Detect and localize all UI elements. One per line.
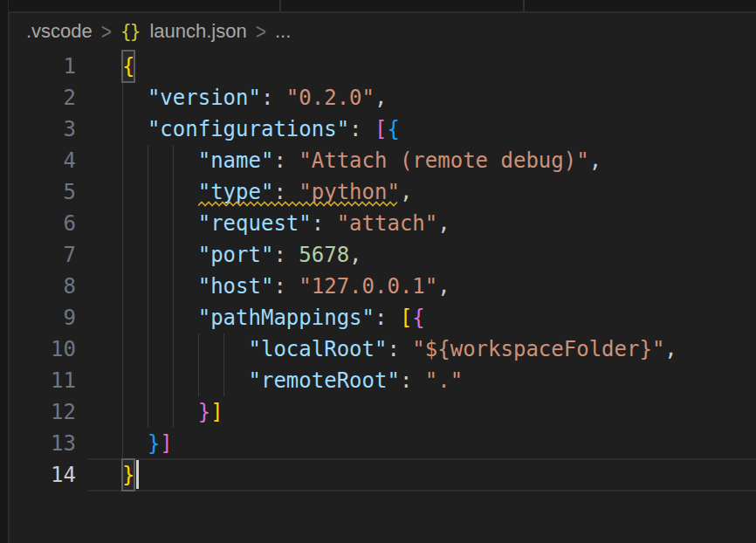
tab-separator — [279, 0, 281, 11]
code-line[interactable]: "request": "attach", — [87, 208, 756, 239]
code-token[interactable]: ] — [210, 396, 223, 428]
code-token[interactable]: : — [273, 239, 299, 271]
line-number[interactable]: 8 — [9, 271, 87, 302]
code-token[interactable]: "request" — [198, 208, 312, 239]
code-token[interactable] — [122, 239, 198, 271]
code-line[interactable]: "pathMappings": [{ — [87, 302, 756, 333]
code-token[interactable]: 5678 — [299, 239, 349, 271]
code-line[interactable]: } — [87, 459, 756, 491]
code-token[interactable]: [ — [400, 302, 412, 333]
code-pane[interactable]: { "version": "0.2.0", "configurations": … — [87, 51, 756, 491]
code-token[interactable]: , — [589, 145, 601, 176]
code-line[interactable]: "localRoot": "${workspaceFolder}", — [87, 333, 756, 365]
code-token[interactable]: , — [437, 208, 450, 239]
code-token[interactable]: [ — [375, 113, 387, 145]
code-line[interactable]: }] — [87, 396, 756, 428]
code-token[interactable]: "Attach (remote debug)" — [299, 145, 588, 176]
code-token[interactable] — [122, 208, 198, 239]
json-file-icon: {} — [120, 21, 141, 42]
line-number[interactable]: 2 — [9, 82, 87, 113]
code-token[interactable]: "pathMappings" — [198, 302, 375, 333]
code-token[interactable]: "." — [425, 365, 463, 396]
code-token[interactable] — [122, 113, 148, 145]
code-line[interactable]: "configurations": [{ — [87, 113, 756, 145]
code-line[interactable]: "remoteRoot": "." — [87, 365, 756, 396]
code-token[interactable]: : — [387, 333, 412, 365]
warning-squiggle — [198, 201, 400, 207]
code-token[interactable]: , — [349, 239, 361, 271]
code-token[interactable]: } — [122, 459, 134, 491]
code-token[interactable]: "configurations" — [148, 113, 349, 145]
tab-separator — [523, 0, 525, 11]
code-line[interactable]: "name": "Attach (remote debug)", — [87, 145, 756, 176]
code-token[interactable]: , — [400, 176, 412, 208]
code-token[interactable]: "name" — [198, 145, 274, 176]
code-line[interactable]: "version": "0.2.0", — [87, 82, 756, 113]
code-token[interactable]: } — [148, 428, 160, 459]
code-token[interactable]: "localRoot" — [249, 333, 388, 365]
breadcrumb-item-launch-json[interactable]: launch.json — [149, 20, 246, 43]
code-token[interactable] — [122, 145, 198, 176]
code-token[interactable]: { — [122, 51, 134, 82]
code-token[interactable]: , — [664, 333, 677, 365]
code-token[interactable]: { — [412, 302, 424, 333]
code-token[interactable]: : — [273, 145, 299, 176]
breadcrumb: .vscode > {} launch.json > ... — [10, 13, 756, 50]
vscode-editor-window: { "colors": { "editor_bg": "#1f1f1f", "t… — [0, 0, 756, 543]
line-number[interactable]: 6 — [9, 208, 87, 239]
code-token[interactable] — [122, 396, 198, 428]
code-token[interactable]: { — [387, 113, 399, 145]
code-token[interactable]: : — [312, 208, 337, 239]
code-token[interactable]: "port" — [198, 239, 274, 271]
code-token[interactable] — [122, 271, 198, 302]
code-token[interactable]: : — [273, 271, 299, 302]
code-token[interactable]: "remoteRoot" — [249, 365, 400, 396]
code-token[interactable] — [122, 82, 148, 113]
code-token[interactable]: , — [437, 271, 450, 302]
code-token[interactable]: "version" — [148, 82, 261, 113]
code-line[interactable]: "port": 5678, — [87, 239, 756, 271]
chevron-right-icon: > — [101, 18, 112, 45]
code-token[interactable] — [122, 333, 249, 365]
code-token[interactable]: : — [400, 365, 425, 396]
breadcrumb-item-vscode[interactable]: .vscode — [26, 20, 93, 43]
code-token[interactable] — [122, 428, 148, 459]
code-line[interactable]: }] — [87, 428, 756, 459]
code-token[interactable]: : — [375, 302, 400, 333]
line-number[interactable]: 1 — [9, 51, 87, 82]
code-token[interactable] — [122, 302, 198, 333]
code-line[interactable]: "type": "python", — [87, 176, 756, 208]
line-number[interactable]: 11 — [9, 365, 87, 396]
code-token[interactable]: "host" — [198, 271, 274, 302]
line-number[interactable]: 4 — [9, 145, 87, 176]
code-line[interactable]: "host": "127.0.0.1", — [87, 271, 756, 302]
code-token[interactable] — [122, 176, 198, 208]
line-number[interactable]: 14 — [9, 459, 87, 491]
line-number[interactable]: 7 — [9, 239, 87, 271]
chevron-right-icon: > — [256, 18, 266, 45]
code-token[interactable]: : — [261, 82, 286, 113]
code-token[interactable]: ] — [160, 428, 172, 459]
line-number[interactable]: 13 — [9, 428, 87, 459]
tab-bar[interactable] — [9, 0, 756, 13]
code-token[interactable]: : — [349, 113, 375, 145]
code-token[interactable]: "attach" — [337, 208, 438, 239]
text-cursor — [136, 460, 139, 489]
code-token[interactable] — [122, 365, 249, 396]
code-token[interactable]: "0.2.0" — [286, 82, 375, 113]
line-number[interactable]: 3 — [9, 113, 87, 145]
line-number[interactable]: 12 — [9, 396, 87, 428]
code-line[interactable]: { — [87, 51, 756, 82]
line-number[interactable]: 5 — [9, 176, 87, 208]
gutter: 1234567891011121314 — [9, 51, 87, 491]
line-number[interactable]: 10 — [9, 333, 87, 365]
code-token[interactable]: , — [375, 82, 387, 113]
code-token[interactable]: "${workspaceFolder}" — [412, 333, 664, 365]
breadcrumb-symbol-path[interactable]: ... — [275, 20, 291, 43]
code-token[interactable]: } — [198, 396, 210, 428]
line-number[interactable]: 9 — [9, 302, 87, 333]
code-token[interactable]: "127.0.0.1" — [299, 271, 437, 302]
